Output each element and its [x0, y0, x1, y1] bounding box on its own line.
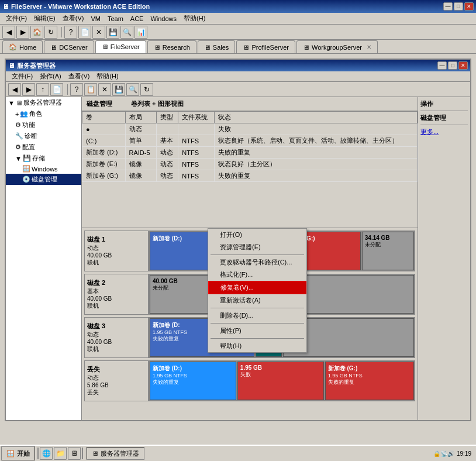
tree-disk-mgmt[interactable]: 💿 磁盘管理: [6, 174, 81, 185]
context-menu-item[interactable]: 属性(P): [208, 325, 306, 337]
close-button[interactable]: ✕: [464, 2, 474, 11]
tb-btn-2[interactable]: 📄: [78, 26, 91, 39]
cell-vol: 新加卷 (E:): [82, 159, 126, 170]
tb-btn-6[interactable]: 📊: [134, 26, 147, 39]
tree-server-manager[interactable]: ▼ 🖥 服务器管理器: [6, 97, 81, 108]
partition-size: 1.95 GB NTFS: [153, 373, 233, 379]
tab-profileserver[interactable]: 🖥 ProfileServer: [236, 40, 295, 53]
tab-sales-label: Sales: [213, 44, 229, 51]
disk-row: 丢失 动态 5.86 GB 丢失 新加卷 (D:) 1.95 GB NTFS 失…: [84, 360, 415, 401]
panel-title: 磁盘管理: [87, 99, 112, 108]
tb-btn-5[interactable]: 🔍: [120, 26, 133, 39]
tb-btn-3[interactable]: ✕: [92, 26, 105, 39]
cell-layout: RAID-5: [125, 147, 156, 159]
menu-view[interactable]: 查看(V): [59, 13, 88, 24]
cell-type: 基本: [156, 135, 178, 147]
context-menu-item[interactable]: 更改驱动器号和路径(C)...: [208, 256, 306, 269]
taskbar-server-manager[interactable]: 🖥 服务器管理器: [87, 447, 144, 460]
tab-research[interactable]: 🖥 Research: [147, 40, 196, 53]
table-row[interactable]: 新加卷 (G:) 镜像 动态 NTFS 失败的重复: [82, 170, 418, 182]
cell-fs: NTFS: [178, 135, 215, 147]
context-menu-item[interactable]: 帮助(H): [208, 340, 306, 352]
inner-close-btn[interactable]: ✕: [458, 61, 468, 70]
inner-help-btn[interactable]: ?: [70, 83, 83, 96]
partition[interactable]: 新加卷 (D:) 1.95 GB NTFS 失败的重复: [150, 362, 236, 400]
inner-menu-action[interactable]: 操作(A): [36, 71, 65, 82]
context-menu: 打开(O)资源管理器(E)更改驱动器号和路径(C)...格式化(F)...修复卷…: [208, 228, 307, 353]
menu-help[interactable]: 帮助(H): [180, 13, 209, 24]
menu-file[interactable]: 文件(F): [2, 13, 30, 24]
tree-features[interactable]: ⚙ 功能: [6, 119, 81, 130]
tab-profileserver-label: ProfileServer: [251, 44, 289, 51]
context-menu-item[interactable]: 格式化(F)...: [208, 269, 306, 281]
tree-roles-label: 角色: [29, 109, 42, 118]
inner-forward-btn[interactable]: ▶: [22, 83, 35, 96]
menu-team[interactable]: Team: [104, 14, 127, 23]
tree-windows[interactable]: 🪟 Windows: [6, 164, 81, 174]
context-menu-item[interactable]: 资源管理器(E): [208, 241, 306, 253]
table-row[interactable]: (C:) 简单 基本 NTFS 状态良好（系统、启动、页面文件、活动、故障转储、…: [82, 135, 418, 147]
inner-properties-btn[interactable]: 📋: [84, 83, 97, 96]
tab-home[interactable]: 🏠 Home: [2, 40, 43, 53]
window-title: FileServer - VMware Workstation ACE Edit…: [11, 3, 150, 10]
taskbar-separator2: [82, 448, 83, 459]
start-button[interactable]: 🪟 开始: [1, 446, 35, 460]
tree-config[interactable]: ⚙ 配置: [6, 142, 81, 153]
taskbar-ie-icon[interactable]: 🌐: [40, 447, 53, 460]
maximize-button[interactable]: □: [454, 2, 463, 11]
back-button[interactable]: ◀: [2, 26, 15, 39]
inner-up-btn[interactable]: ↑: [36, 83, 49, 96]
volume-list-panel: 卷 布局 类型 文件系统 状态 ● 动态 失败 (C:) 简单: [82, 111, 418, 228]
menu-vm[interactable]: VM: [87, 14, 104, 23]
forward-button[interactable]: ▶: [16, 26, 29, 39]
tab-sales[interactable]: 🖥 Sales: [198, 40, 236, 53]
tree-disk-label: 磁盘管理: [32, 175, 57, 184]
menu-windows[interactable]: Windows: [147, 14, 180, 23]
minimize-button[interactable]: —: [443, 2, 453, 11]
inner-menu-view[interactable]: 查看(V): [65, 71, 94, 82]
inner-back-btn[interactable]: ◀: [8, 83, 21, 96]
tree-storage[interactable]: ▼ 💾 存储: [6, 153, 81, 164]
tree-diagnostics[interactable]: 🔧 诊断: [6, 130, 81, 142]
partition[interactable]: 1.95 GB 失败: [237, 362, 324, 400]
cell-status: 失败的重复: [214, 147, 417, 159]
inner-show-btn[interactable]: 📄: [50, 83, 63, 96]
context-menu-item[interactable]: 重新激活卷(A): [208, 294, 306, 307]
inner-maximize-btn[interactable]: □: [448, 61, 457, 70]
inner-save-btn[interactable]: 💾: [112, 83, 125, 96]
menu-edit[interactable]: 编辑(E): [30, 13, 59, 24]
taskbar-network-icon[interactable]: 🖥: [68, 447, 81, 460]
tree-diagnostics-label: 诊断: [25, 132, 37, 140]
inner-menu-help[interactable]: 帮助(H): [93, 71, 122, 82]
tab-workgroupserver[interactable]: 🖥 WorkgroupServer ✕: [296, 40, 378, 53]
context-menu-item[interactable]: 删除卷(D)...: [208, 309, 306, 322]
inner-menu-file[interactable]: 文件(F): [8, 71, 36, 82]
tab-fileserver[interactable]: 🖥 FileServer: [95, 40, 146, 53]
context-menu-item[interactable]: 修复卷(V)...: [208, 281, 306, 294]
cell-status: 状态良好（主分区）: [214, 159, 417, 170]
menu-ace[interactable]: ACE: [127, 14, 147, 23]
tb-btn-1[interactable]: ?: [64, 26, 77, 39]
tab-dcserver[interactable]: 🖥 DCServer: [44, 40, 94, 53]
taskbar-explorer-icon[interactable]: 📁: [54, 447, 67, 460]
table-row[interactable]: 新加卷 (E:) 镜像 动态 NTFS 状态良好（主分区）: [82, 159, 418, 170]
table-row[interactable]: ● 动态 失败: [82, 123, 418, 135]
tab-close-icon[interactable]: ✕: [367, 44, 371, 50]
tb-btn-4[interactable]: 💾: [106, 26, 119, 39]
title-bar-buttons: — □ ✕: [443, 2, 474, 11]
tree-roles[interactable]: + 👥 角色: [6, 108, 81, 119]
panel-header: 磁盘管理 卷列表 + 图形视图: [82, 97, 418, 111]
table-row[interactable]: 新加卷 (D:) RAID-5 动态 NTFS 失败的重复: [82, 147, 418, 159]
partition[interactable]: 新加卷 (G:) 1.95 GB NTFS 失败的重复: [325, 362, 414, 400]
inner-minimize-btn[interactable]: —: [437, 61, 447, 70]
inner-delete-btn[interactable]: ✕: [98, 83, 111, 96]
ops-more-link[interactable]: 更多...: [420, 128, 468, 136]
context-menu-item[interactable]: 打开(O): [208, 229, 306, 241]
tab-bar: 🏠 Home 🖥 DCServer 🖥 FileServer 🖥 Researc…: [0, 40, 476, 54]
inner-refresh-btn[interactable]: ↻: [140, 83, 153, 96]
refresh-button[interactable]: ↻: [44, 26, 57, 39]
partition[interactable]: 34.14 GB 未分配: [362, 232, 414, 270]
tree-storage-label: 存储: [32, 154, 45, 163]
inner-search-btn[interactable]: 🔍: [126, 83, 139, 96]
home-button[interactable]: 🏠: [30, 26, 43, 39]
